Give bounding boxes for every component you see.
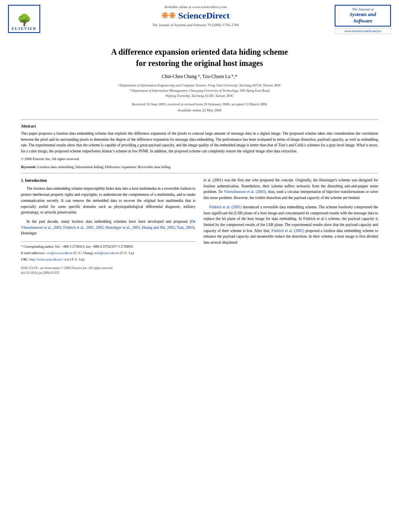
affiliation-a: ᵃ Department of Information Engineering …: [21, 83, 378, 88]
paper-title: A difference expansion oriented data hid…: [21, 46, 378, 69]
section1-heading: 1. Introduction: [21, 177, 195, 184]
affiliation-b: ᵇ Department of Information Management, …: [21, 88, 378, 93]
journal-logo-box: The Journal of Systems and Software: [335, 5, 391, 27]
url-lu[interactable]: http://www.cyut.edu.tw/~tclu: [29, 257, 70, 261]
title-section: A difference expansion oriented data hid…: [21, 46, 378, 113]
sciencedirect-logo: ❋❋ ScienceDirect: [64, 10, 327, 21]
journal-logo-name: Systems and Software: [339, 11, 387, 24]
main-content: A difference expansion oriented data hid…: [0, 46, 399, 275]
abstract-divider: [21, 173, 378, 173]
footnotes: * Corresponding author. Tel.: +886 5 272…: [21, 241, 195, 262]
abstract-text: This paper proposes a lossless data embe…: [21, 131, 378, 154]
right-para2: Fridrich et al. (2001) introduced a reve…: [204, 204, 378, 246]
two-column-body: 1. Introduction The lossless data embedd…: [21, 177, 378, 276]
copyright: © 2006 Elsevier Inc. All rights reserved…: [21, 157, 378, 161]
left-column: 1. Introduction The lossless data embedd…: [21, 177, 195, 276]
submission-dates: Received 18 June 2005; received in revis…: [21, 101, 378, 113]
ref-fridrich-inline[interactable]: Fridrich et al. (2001): [209, 205, 242, 209]
journal-volume-info: The Journal of Systems and Software 79 (…: [64, 23, 327, 27]
page-header: 🌳 ELSEVIER Available online at www.scien…: [0, 0, 399, 37]
elsevier-tree-icon: 🌳: [17, 14, 31, 26]
sd-logo-text: ScienceDirect: [178, 10, 230, 21]
footer-issn: 0164-1212/$ - see front matter © 2006 El…: [21, 266, 195, 271]
authors: Chin-Chen Chang ᵃ, Tzu-Chuen Lu ᵇ,*: [21, 74, 378, 80]
affiliations: ᵃ Department of Information Engineering …: [21, 83, 378, 98]
abstract-label: Abstract: [21, 124, 378, 128]
section1-para2: In the past decade, many lossless data e…: [21, 219, 195, 236]
footnote-url: URL: http://www.cyut.edu.tw/~tclu (T.-C.…: [21, 257, 195, 262]
email-lu[interactable]: tclu@cyut.edu.tw: [95, 251, 119, 255]
abstract-section: Abstract This paper proposes a lossless …: [21, 124, 378, 161]
journal-logo-area: The Journal of Systems and Software www.…: [331, 5, 391, 34]
ref-fridrich2002-inline[interactable]: Fridrich et al. (2002): [271, 229, 304, 233]
sd-icon: ❋❋: [161, 10, 176, 21]
footer-doi: doi:10.1016/j.jss.2006.03.035: [21, 271, 195, 275]
ref-fridrich2001[interactable]: Fridrich et al., 2001, 2002: [63, 226, 103, 230]
elsevier-label: ELSEVIER: [12, 27, 37, 31]
title-divider: [21, 119, 378, 120]
journal-logo-prefix: The Journal of: [339, 7, 387, 11]
ref-honsinger2001[interactable]: Honsinger et al., 2001: [106, 226, 140, 230]
keywords-label: Keywords:: [21, 165, 37, 169]
available-online-text: Available online at www.sciencedirect.co…: [64, 5, 327, 9]
email-chang[interactable]: ccc@cs.ccu.edu.tw: [46, 251, 72, 255]
elsevier-logo-box: 🌳 ELSEVIER: [8, 5, 40, 33]
footnote-email: E-mail addresses: ccc@cs.ccu.edu.tw (C.-…: [21, 251, 195, 256]
elsevier-url: www.elsevier.com/locate/jss: [335, 28, 391, 34]
ref-huang2002[interactable]: Huang and Shi, 2002: [142, 226, 175, 230]
right-para1: et al. (2001) was the first one who prop…: [204, 177, 378, 201]
keywords-section: Keywords: Lossless data embedding; Infor…: [21, 165, 378, 169]
elsevier-logo-area: 🌳 ELSEVIER: [8, 5, 60, 33]
footnote-star: * Corresponding author. Tel.: +886 5 272…: [21, 244, 195, 249]
ref-devleeschouwer-inline[interactable]: De Vleeschouwer et al. (2003): [218, 190, 266, 194]
elsevier-logo: 🌳 ELSEVIER: [8, 5, 40, 33]
sciencedirect-header: Available online at www.sciencedirect.co…: [60, 5, 331, 27]
right-column: et al. (2001) was the first one who prop…: [204, 177, 378, 276]
ref-tian2003[interactable]: Tian, 2003: [177, 226, 193, 230]
section1-para1: The lossless data embedding scheme imper…: [21, 186, 195, 216]
page-footer: 0164-1212/$ - see front matter © 2006 El…: [21, 266, 195, 275]
keywords-text: Lossless data embedding; Information hid…: [37, 165, 171, 169]
affiliation-b2: Wufong Township, Taichung 41349, Taiwan,…: [21, 93, 378, 99]
page: 🌳 ELSEVIER Available online at www.scien…: [0, 0, 399, 532]
